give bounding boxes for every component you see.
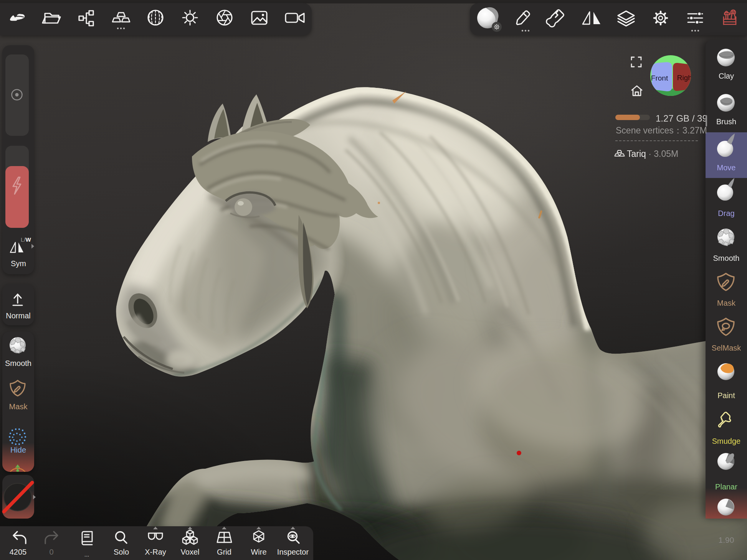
svg-text:Right: Right bbox=[677, 74, 694, 82]
svg-text:Front: Front bbox=[651, 74, 668, 82]
